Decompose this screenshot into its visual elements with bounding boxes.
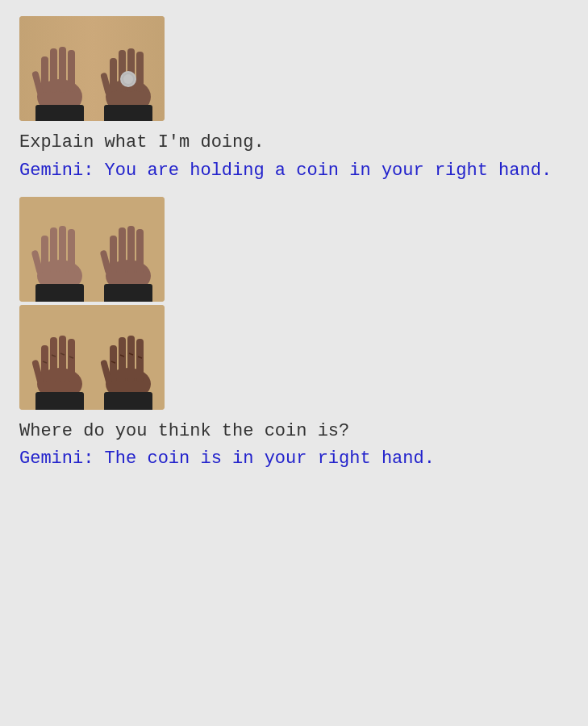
svg-rect-30 bbox=[127, 226, 135, 273]
svg-rect-39 bbox=[68, 339, 75, 382]
svg-rect-26 bbox=[35, 284, 84, 302]
svg-rect-18 bbox=[104, 105, 152, 121]
turn1-gemini-text: Gemini: You are holding a coin in your r… bbox=[19, 159, 569, 184]
image-hands-open-palms bbox=[19, 197, 165, 302]
svg-point-17 bbox=[123, 74, 133, 84]
turn2-gemini-prefix: Gemini: bbox=[19, 449, 94, 469]
svg-rect-31 bbox=[136, 229, 144, 273]
svg-rect-6 bbox=[68, 50, 75, 92]
turn1-image-block bbox=[19, 16, 569, 121]
svg-rect-29 bbox=[119, 227, 126, 273]
svg-rect-21 bbox=[41, 236, 48, 273]
turn1-gemini-prefix: Gemini: bbox=[19, 161, 94, 181]
svg-rect-28 bbox=[110, 236, 117, 273]
image-hands-with-coin bbox=[19, 16, 165, 121]
svg-rect-8 bbox=[35, 105, 84, 121]
turn2-gemini-text: Gemini: The coin is in your right hand. bbox=[19, 447, 569, 472]
svg-rect-5 bbox=[59, 47, 66, 93]
svg-rect-10 bbox=[110, 58, 117, 92]
turn2-gemini-response: The coin is in your right hand. bbox=[94, 449, 434, 469]
svg-rect-22 bbox=[50, 227, 57, 273]
svg-rect-49 bbox=[127, 336, 135, 382]
svg-rect-24 bbox=[68, 229, 75, 273]
svg-rect-23 bbox=[59, 226, 66, 273]
conversation-container: Explain what I'm doing. Gemini: You are … bbox=[19, 16, 569, 485]
svg-rect-4 bbox=[50, 48, 57, 93]
svg-rect-37 bbox=[50, 337, 57, 382]
svg-rect-48 bbox=[119, 337, 126, 382]
turn2-images-group bbox=[19, 197, 569, 410]
turn1-message: Explain what I'm doing. Gemini: You are … bbox=[19, 131, 569, 184]
turn1-user-text: Explain what I'm doing. bbox=[19, 131, 569, 156]
svg-rect-38 bbox=[59, 336, 66, 382]
svg-rect-56 bbox=[104, 392, 152, 410]
svg-rect-33 bbox=[104, 284, 152, 302]
turn2-message: Where do you think the coin is? Gemini: … bbox=[19, 419, 569, 473]
svg-rect-13 bbox=[136, 52, 144, 92]
turn1-gemini-response: You are holding a coin in your right han… bbox=[94, 161, 552, 181]
svg-rect-50 bbox=[136, 339, 144, 382]
svg-rect-45 bbox=[35, 392, 84, 410]
image-hands-open-backs bbox=[19, 305, 165, 410]
turn2-user-text: Where do you think the coin is? bbox=[19, 419, 569, 444]
